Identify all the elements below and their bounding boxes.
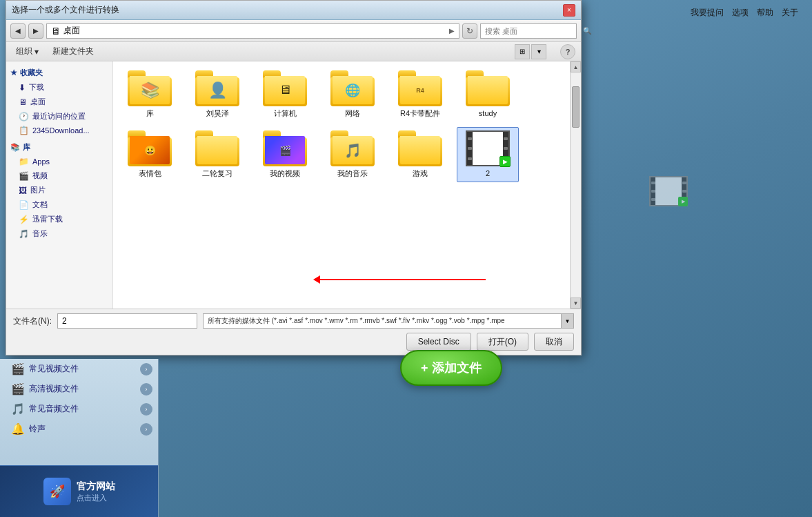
file-label-study: study [479, 108, 497, 118]
add-file-button[interactable]: + 添加文件 [400, 350, 502, 386]
filetype-dropdown-arrow[interactable]: ▼ [562, 313, 574, 329]
file-item-r4[interactable]: R4 R4卡带配件 [389, 67, 451, 121]
left-sidebar: 🎬 常见视频文件 › 🎬 高清视频文件 › 🎵 常见音频文件 › 🔔 铃声 › … [0, 359, 159, 517]
favorites-header: ★ 收藏夹 [6, 66, 112, 80]
address-arrow: ▶ [449, 27, 455, 35]
dialog-address-toolbar: ◀ ▶ 🖥 桌面 ▶ ↻ 🔍 [6, 20, 581, 42]
back-button[interactable]: ◀ [10, 23, 26, 39]
desktop-icon: 🖥 [19, 97, 27, 107]
file-item-emoji[interactable]: 😀 表情包 [119, 127, 181, 182]
filetype-dropdown[interactable]: 所有支持的媒体文件 (*.avi *.asf *.mov *.wmv *.rm … [203, 313, 562, 329]
menu-help[interactable]: 帮助 [757, 7, 773, 19]
file-label-review: 二轮复习 [202, 168, 232, 178]
file-item-library[interactable]: 📚 库 [119, 67, 181, 121]
view-list-button[interactable]: ▾ [531, 44, 546, 59]
top-menu: 我要提问 选项 帮助 关于 [691, 7, 798, 19]
file-item-game[interactable]: 游戏 [389, 127, 451, 182]
dialog-nav: ★ 收藏夹 ⬇ 下载 🖥 桌面 🕐 最近访问的位置 📋 2345Dow [6, 61, 113, 309]
banner-title: 官方网站 [77, 480, 115, 494]
nav-item-pictures[interactable]: 🖼 图片 [6, 183, 112, 197]
dialog-title: 选择一个或多个文件进行转换 [12, 4, 563, 16]
nav-item-2345[interactable]: 📋 2345Download... [6, 124, 112, 137]
refresh-button[interactable]: ↻ [462, 23, 477, 39]
open-button[interactable]: 打开(O) [477, 333, 528, 351]
download-icon: ⬇ [19, 83, 26, 92]
sidebar-label-hd-video: 高清视频文件 [29, 383, 79, 395]
sidebar-banner[interactable]: 🚀 官方网站 点击进入 [0, 465, 158, 517]
file-item-network[interactable]: 🌐 网络 [321, 67, 384, 121]
bg-video-icon: ▶ [649, 176, 688, 206]
cancel-button[interactable]: 取消 [534, 333, 574, 351]
filename-input[interactable] [57, 313, 197, 329]
sidebar-label-ringtone: 铃声 [29, 423, 46, 435]
library-header: 📚 库 [6, 140, 112, 155]
organize-button[interactable]: 组织 ▾ [12, 44, 43, 59]
recent-icon: 🕐 [19, 112, 29, 121]
docs-icon: 📄 [19, 200, 29, 210]
help-button[interactable]: ? [560, 44, 575, 59]
red-arrow-indicator [313, 275, 486, 284]
dialog-close-button[interactable]: × [563, 4, 575, 17]
dialog-bottom: 文件名(N): 所有支持的媒体文件 (*.avi *.asf *.mov *.w… [6, 309, 581, 355]
file-label-myvideo: 我的视频 [270, 168, 300, 178]
file-item-mymusic[interactable]: 🎵 我的音乐 [321, 127, 384, 182]
nav-item-docs[interactable]: 📄 文档 [6, 197, 112, 212]
file-item-study[interactable]: study [457, 67, 519, 121]
scrollbar-track[interactable] [571, 72, 581, 297]
new-folder-button[interactable]: 新建文件夹 [48, 44, 98, 59]
file-item-myvideo[interactable]: 🎬 我的视频 [254, 127, 316, 182]
nav-item-recent[interactable]: 🕐 最近访问的位置 [6, 109, 112, 124]
video-file-badge: ▶ [499, 156, 511, 167]
filename-label: 文件名(N): [13, 315, 52, 327]
nav-item-desktop[interactable]: 🖥 桌面 [6, 95, 112, 109]
search-box[interactable]: 🔍 [480, 23, 577, 39]
sidebar-item-common-audio[interactable]: 🎵 常见音频文件 › [0, 399, 158, 419]
menu-ask[interactable]: 我要提问 [691, 7, 724, 19]
sidebar-arrow-2: › [140, 403, 152, 416]
file-item-2[interactable]: ▶ 2 [457, 127, 519, 182]
nav-item-music[interactable]: 🎵 音乐 [6, 226, 112, 241]
select-disc-button[interactable]: Select Disc [406, 333, 471, 351]
file-scrollbar[interactable]: ▲ ▼ [570, 61, 581, 309]
pictures-icon: 🖼 [19, 186, 27, 195]
file-label-2: 2 [486, 168, 490, 178]
2345-icon: 📋 [19, 126, 29, 135]
dialog-body: ★ 收藏夹 ⬇ 下载 🖥 桌面 🕐 最近访问的位置 📋 2345Dow [6, 61, 581, 309]
nav-item-video[interactable]: 🎬 视频 [6, 168, 112, 183]
filetype-text: 所有支持的媒体文件 (*.avi *.asf *.mov *.wmv *.rm … [208, 316, 505, 326]
banner-subtitle: 点击进入 [77, 493, 115, 503]
view-buttons: ⊞ ▾ [515, 44, 546, 59]
scrollbar-thumb[interactable] [572, 86, 580, 128]
scrollbar-up[interactable]: ▲ [571, 61, 581, 72]
file-grid: 📚 库 👤 刘昊泽 [113, 61, 570, 309]
view-icon-button[interactable]: ⊞ [515, 44, 530, 59]
common-video-icon: 🎬 [11, 362, 25, 375]
apps-folder-icon: 📁 [19, 157, 29, 166]
banner-text-container: 官方网站 点击进入 [77, 480, 115, 504]
scrollbar-down[interactable]: ▼ [571, 297, 581, 309]
library-section: 📚 库 📁 Apps 🎬 视频 🖼 图片 📄 文档 [6, 140, 112, 241]
xunlei-icon: ⚡ [19, 215, 29, 224]
ringtone-icon: 🔔 [11, 422, 25, 436]
file-label-network: 网络 [345, 108, 360, 118]
forward-button[interactable]: ▶ [28, 23, 43, 39]
sidebar-arrow-1: › [140, 383, 152, 396]
music-icon: 🎵 [19, 229, 29, 239]
file-label-r4: R4卡带配件 [400, 108, 440, 118]
file-item-review[interactable]: 二轮复习 [186, 127, 248, 182]
sidebar-item-hd-video[interactable]: 🎬 高清视频文件 › [0, 379, 158, 399]
sidebar-item-ringtone[interactable]: 🔔 铃声 › [0, 419, 158, 439]
nav-item-download[interactable]: ⬇ 下载 [6, 80, 112, 95]
search-input[interactable] [485, 27, 580, 35]
menu-about[interactable]: 关于 [782, 7, 798, 19]
file-item-computer[interactable]: 🖥 计算机 [254, 67, 316, 121]
sidebar-label-common-video: 常见视频文件 [29, 363, 79, 375]
nav-item-apps[interactable]: 📁 Apps [6, 155, 112, 168]
file-item-person[interactable]: 👤 刘昊泽 [186, 67, 248, 121]
sidebar-item-common-video[interactable]: 🎬 常见视频文件 › [0, 359, 158, 379]
address-bar[interactable]: 🖥 桌面 ▶ [46, 23, 459, 39]
nav-item-xunlei[interactable]: ⚡ 迅雷下载 [6, 212, 112, 226]
search-icon: 🔍 [583, 27, 591, 35]
menu-options[interactable]: 选项 [732, 7, 749, 19]
sidebar-label-common-audio: 常见音频文件 [29, 403, 79, 415]
